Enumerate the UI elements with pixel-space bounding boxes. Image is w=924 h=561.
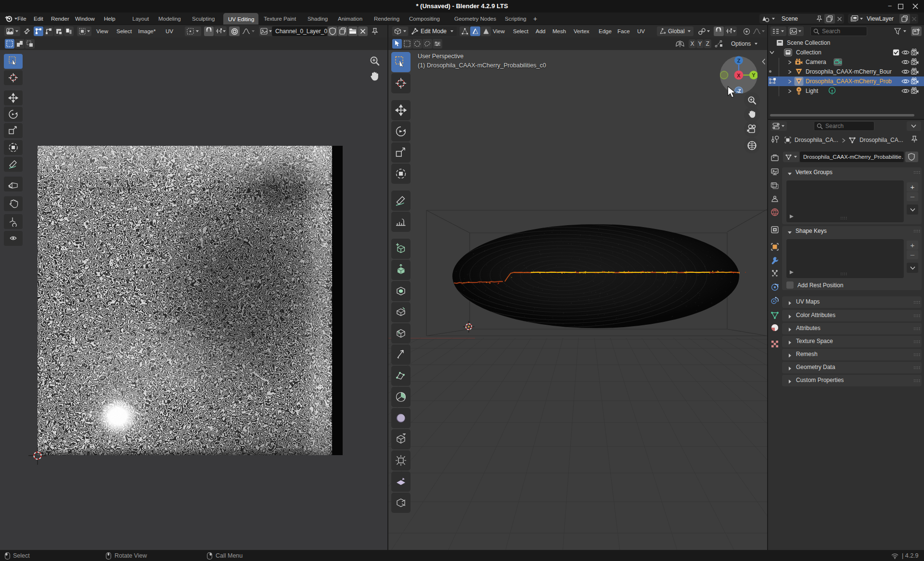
- svg-text:-Z: -Z: [736, 89, 741, 93]
- svg-text:Z: Z: [737, 58, 741, 64]
- svg-text:Y: Y: [752, 72, 756, 78]
- svg-text:X: X: [737, 73, 741, 78]
